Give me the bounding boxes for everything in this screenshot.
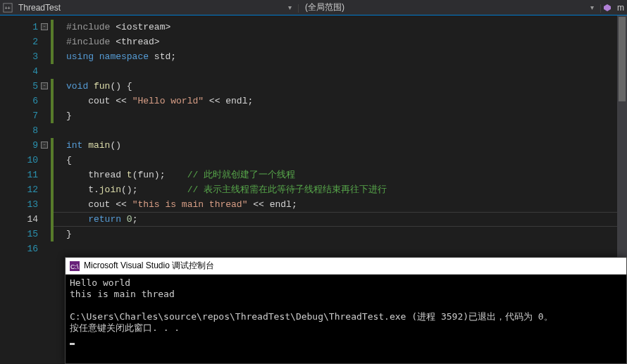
code-line[interactable]: return 0;: [51, 212, 627, 227]
line-number: 7: [0, 108, 38, 123]
chevron-down-icon: ▾: [288, 4, 296, 11]
code-text: #include <thread>: [51, 37, 160, 47]
fold-toggle[interactable]: -: [41, 82, 48, 89]
chevron-down-icon: ▾: [590, 4, 598, 11]
cpp-file-icon: ++: [3, 3, 13, 13]
code-text: [51, 66, 66, 77]
code-text: t.join(); // 表示主线程需在此等待子线程结束再往下进行: [51, 184, 387, 195]
member-dropdown[interactable]: m: [603, 3, 624, 13]
code-text: int main(): [51, 140, 121, 151]
code-text: [51, 244, 66, 254]
separator: |: [296, 3, 301, 13]
console-icon: C:\: [70, 261, 80, 271]
current-line-highlight: [51, 212, 627, 227]
change-indicator: [51, 227, 54, 241]
change-indicator: [51, 153, 54, 168]
code-line[interactable]: [51, 123, 627, 138]
code-line[interactable]: using namespace std;: [51, 49, 627, 64]
code-line[interactable]: -int main(): [51, 138, 627, 153]
console-output[interactable]: Hello world this is main thread C:\Users…: [66, 275, 626, 348]
code-line[interactable]: t.join(); // 表示主线程需在此等待子线程结束再往下进行: [51, 182, 627, 197]
code-text: cout << "Hello world" << endl;: [51, 96, 253, 106]
change-indicator: [51, 34, 54, 49]
code-text: thread t(fun); // 此时就创建了一个线程: [51, 170, 295, 180]
code-text: [51, 125, 66, 136]
code-line[interactable]: thread t(fun); // 此时就创建了一个线程: [51, 168, 627, 182]
svg-text:C:\: C:\: [70, 263, 79, 270]
change-indicator: [51, 108, 54, 123]
line-number: 1: [0, 20, 38, 34]
console-titlebar[interactable]: C:\ Microsoft Visual Studio 调试控制台: [66, 258, 626, 275]
line-number: 2: [0, 34, 38, 49]
navigation-bar: ++ ThreadTest ▾ | (全局范围) ▾ | m: [0, 0, 627, 15]
code-line[interactable]: {: [51, 153, 627, 168]
change-indicator: [51, 94, 54, 108]
line-number: 5: [0, 79, 38, 94]
method-icon: [603, 4, 612, 12]
code-text: }: [51, 111, 72, 121]
code-editor[interactable]: 12345678910111213141516 -#include <iostr…: [0, 15, 627, 258]
code-text: void fun() {: [51, 81, 132, 92]
code-content[interactable]: -#include <iostream>#include <thread>usi…: [48, 15, 627, 258]
change-indicator: [51, 20, 54, 34]
line-number: 12: [0, 182, 38, 197]
change-indicator: [51, 197, 54, 212]
change-indicator: [51, 49, 54, 64]
debug-console-window: C:\ Microsoft Visual Studio 调试控制台 Hello …: [65, 257, 627, 364]
svg-marker-2: [604, 4, 611, 11]
vertical-scrollbar[interactable]: [617, 15, 627, 257]
console-cursor: [70, 343, 75, 345]
line-number: 14: [0, 212, 38, 227]
line-number-gutter: 12345678910111213141516: [0, 15, 48, 258]
change-indicator: [51, 182, 54, 197]
svg-text:++: ++: [5, 5, 11, 10]
code-line[interactable]: }: [51, 108, 627, 123]
line-number: 10: [0, 153, 38, 168]
code-line[interactable]: [51, 64, 627, 79]
code-line[interactable]: -void fun() {: [51, 79, 627, 94]
separator: |: [598, 3, 603, 13]
line-number: 3: [0, 49, 38, 64]
line-number: 15: [0, 227, 38, 241]
line-number: 9: [0, 138, 38, 153]
fold-toggle[interactable]: -: [41, 142, 48, 149]
file-scope-dropdown[interactable]: ++ ThreadTest ▾: [3, 3, 296, 13]
line-number: 6: [0, 94, 38, 108]
scrollbar-thumb[interactable]: [619, 17, 626, 101]
change-indicator: [51, 138, 54, 153]
file-label: ThreadTest: [18, 3, 61, 13]
scope-dropdown[interactable]: (全局范围) ▾: [301, 1, 598, 13]
console-text: Hello world this is main thread C:\Users…: [70, 277, 553, 333]
member-label: m: [617, 3, 624, 13]
line-number: 11: [0, 168, 38, 182]
fold-toggle[interactable]: -: [41, 23, 48, 30]
change-indicator: [51, 212, 54, 227]
scope-label: (全局范围): [305, 1, 344, 13]
code-line[interactable]: }: [51, 227, 627, 241]
code-line[interactable]: cout << "this is main thread" << endl;: [51, 197, 627, 212]
code-line[interactable]: [51, 241, 627, 256]
change-indicator: [51, 79, 54, 94]
line-number: 8: [0, 123, 38, 138]
console-title-text: Microsoft Visual Studio 调试控制台: [84, 260, 214, 272]
code-line[interactable]: #include <thread>: [51, 34, 627, 49]
code-text: using namespace std;: [51, 51, 176, 62]
line-number: 16: [0, 241, 38, 256]
code-text: {: [51, 155, 72, 165]
change-indicator: [51, 168, 54, 182]
code-text: cout << "this is main thread" << endl;: [51, 199, 297, 210]
code-text: }: [51, 229, 72, 239]
code-line[interactable]: cout << "Hello world" << endl;: [51, 94, 627, 108]
code-text: #include <iostream>: [51, 22, 170, 32]
line-number: 13: [0, 197, 38, 212]
code-line[interactable]: -#include <iostream>: [51, 20, 627, 34]
line-number: 4: [0, 64, 38, 79]
